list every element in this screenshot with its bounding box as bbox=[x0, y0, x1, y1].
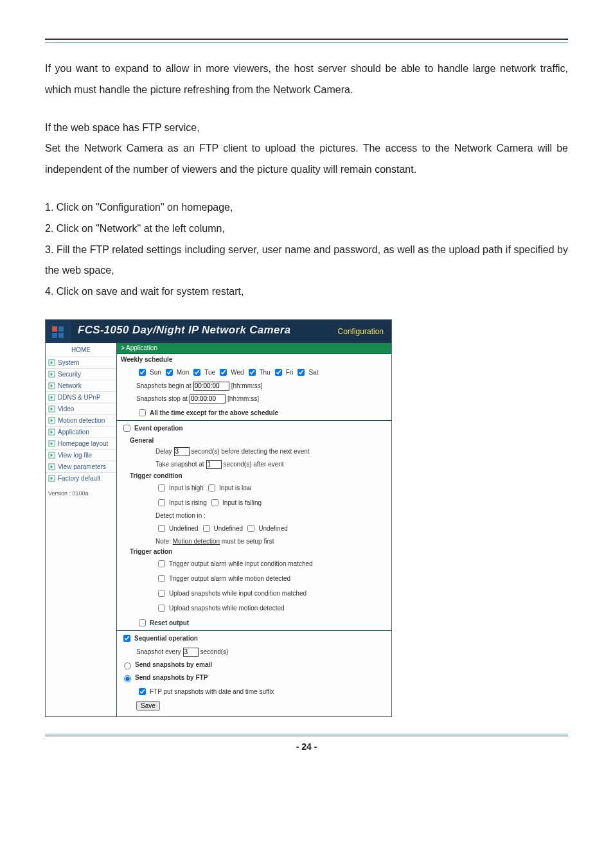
sidebar-item-viewparams[interactable]: View parameters bbox=[46, 461, 116, 472]
paragraph-1: If you want to expand to allow in more v… bbox=[45, 58, 568, 101]
checkbox-fri[interactable] bbox=[275, 369, 282, 376]
sidebar-item-label: System bbox=[58, 359, 79, 366]
sidebar-item-system[interactable]: System bbox=[46, 357, 116, 368]
take-snapshot-input[interactable] bbox=[206, 460, 222, 469]
snapshot-every-row: Snapshot every second(s) bbox=[117, 646, 391, 659]
radio-send-ftp[interactable] bbox=[124, 675, 131, 682]
label: Take snapshot at bbox=[155, 461, 204, 468]
sidebar-item-viewlog[interactable]: View log file bbox=[46, 449, 116, 461]
input-hilo-row: Input is high Input is low bbox=[117, 481, 391, 495]
checkbox-act2[interactable] bbox=[158, 575, 165, 582]
checkbox-thu[interactable] bbox=[249, 369, 256, 376]
sidebar-item-video[interactable]: Video bbox=[46, 403, 116, 414]
sidebar-item-label: Security bbox=[58, 371, 81, 378]
checkbox-undef-2[interactable] bbox=[203, 525, 210, 532]
sidebar-item-motion[interactable]: Motion detection bbox=[46, 414, 116, 426]
label: Undefined bbox=[169, 525, 199, 532]
sidebar-home[interactable]: HOME bbox=[46, 343, 116, 357]
day-label: Wed bbox=[231, 369, 244, 376]
arrow-right-icon bbox=[48, 371, 55, 378]
weekly-days-row: Sun Mon Tue Wed Thu Fri Sat bbox=[117, 365, 391, 380]
checkbox-act1[interactable] bbox=[158, 560, 165, 567]
sidebar-item-application[interactable]: Application bbox=[46, 426, 116, 438]
arrow-right-icon bbox=[48, 475, 55, 482]
checkbox-mon[interactable] bbox=[166, 369, 173, 376]
checkbox-tue[interactable] bbox=[193, 369, 200, 376]
document-text: If you want to expand to allow in more v… bbox=[45, 58, 568, 303]
paragraph-2b: Set the Network Camera as an FTP client … bbox=[45, 138, 568, 181]
step-1: 1. Click on "Configuration" on homepage, bbox=[45, 197, 568, 218]
event-operation-title: Event operation bbox=[134, 425, 183, 432]
checkbox-all-time[interactable] bbox=[139, 409, 146, 416]
checkbox-sequential[interactable] bbox=[123, 635, 130, 642]
delay-input[interactable] bbox=[174, 447, 190, 456]
act2-row: Trigger output alarm while motion detect… bbox=[117, 571, 391, 586]
checkbox-input-low[interactable] bbox=[208, 484, 215, 492]
sidebar-item-network[interactable]: Network bbox=[46, 380, 116, 391]
sidebar-item-security[interactable]: Security bbox=[46, 368, 116, 380]
label: second(s) after event bbox=[224, 461, 284, 468]
config-screenshot: FCS-1050 Day/Night IP Network Camera Con… bbox=[45, 319, 392, 717]
checkbox-sun[interactable] bbox=[139, 369, 146, 376]
configuration-link[interactable]: Configuration bbox=[330, 327, 391, 336]
version-text: Version : 0100a bbox=[46, 484, 116, 502]
checkbox-input-rising[interactable] bbox=[158, 499, 165, 506]
arrow-right-icon bbox=[48, 452, 55, 459]
undefined-row: Undefined Undefined Undefined bbox=[117, 521, 391, 536]
note-suffix: must be setup first bbox=[220, 538, 274, 545]
sequential-title: Sequential operation bbox=[134, 635, 198, 642]
checkbox-input-falling[interactable] bbox=[211, 499, 218, 506]
day-label: Sun bbox=[150, 369, 161, 376]
checkbox-ftp-suffix[interactable] bbox=[139, 688, 146, 695]
snapshot-interval-input[interactable] bbox=[183, 648, 199, 657]
arrow-right-icon bbox=[48, 394, 55, 401]
label: second(s) bbox=[200, 648, 229, 655]
step-3: 3. Fill the FTP related settings includi… bbox=[45, 240, 568, 282]
screenshot-header: FCS-1050 Day/Night IP Network Camera Con… bbox=[46, 320, 391, 343]
checkbox-undef-1[interactable] bbox=[158, 525, 165, 532]
ftp-suffix-row: FTP put snapshots with date and time suf… bbox=[117, 684, 391, 699]
sidebar-item-label: DDNS & UPnP bbox=[58, 394, 101, 401]
reset-output-label: Reset output bbox=[150, 619, 189, 626]
checkbox-input-high[interactable] bbox=[158, 484, 165, 492]
save-row: Save bbox=[117, 699, 391, 713]
brand-logo bbox=[46, 320, 71, 343]
label: Snapshots stop at bbox=[136, 395, 188, 402]
day-label: Thu bbox=[260, 369, 271, 376]
checkbox-wed[interactable] bbox=[220, 369, 227, 376]
checkbox-reset-output[interactable] bbox=[139, 619, 146, 626]
sidebar-item-homepage[interactable]: Homepage layout bbox=[46, 438, 116, 449]
arrow-right-icon bbox=[48, 417, 55, 424]
checkbox-undef-3[interactable] bbox=[247, 525, 254, 532]
step-2: 2. Click on "Network" at the left column… bbox=[45, 218, 568, 240]
day-label: Tue bbox=[204, 369, 215, 376]
checkbox-act3[interactable] bbox=[158, 590, 165, 597]
hint: [hh:mm:ss] bbox=[231, 382, 263, 389]
save-button[interactable]: Save bbox=[136, 701, 160, 711]
label: Input is low bbox=[219, 484, 251, 492]
checkbox-sat[interactable] bbox=[298, 369, 305, 376]
act4-row: Upload snapshots while motion detected bbox=[117, 601, 391, 616]
svg-rect-1 bbox=[58, 326, 64, 332]
checkbox-act4[interactable] bbox=[158, 605, 165, 612]
checkbox-event-operation[interactable] bbox=[123, 425, 130, 432]
motion-detection-link[interactable]: Motion detection bbox=[173, 538, 220, 545]
sidebar-item-factory[interactable]: Factory default bbox=[46, 472, 116, 484]
general-subheading: General bbox=[117, 436, 391, 445]
send-ftp-label: Send snapshots by FTP bbox=[135, 674, 208, 681]
sidebar-item-label: Network bbox=[58, 382, 82, 389]
radio-send-email[interactable] bbox=[124, 662, 131, 669]
send-ftp-row: Send snapshots by FTP bbox=[117, 671, 391, 684]
day-label: Sat bbox=[308, 369, 318, 376]
arrow-right-icon bbox=[48, 359, 55, 366]
sidebar-item-ddns[interactable]: DDNS & UPnP bbox=[46, 391, 116, 403]
arrow-right-icon bbox=[48, 463, 55, 470]
begin-time-input[interactable] bbox=[193, 382, 229, 391]
stop-time-input[interactable] bbox=[190, 394, 226, 403]
top-rule bbox=[45, 39, 568, 43]
send-email-row: Send snapshots by email bbox=[117, 659, 391, 671]
snapshots-stop-row: Snapshots stop at [hh:mm:ss] bbox=[117, 393, 391, 405]
all-time-label: All the time except for the above schedu… bbox=[150, 409, 278, 416]
weekly-schedule-title: Weekly schedule bbox=[117, 353, 391, 365]
label: Snapshots begin at bbox=[136, 382, 191, 389]
